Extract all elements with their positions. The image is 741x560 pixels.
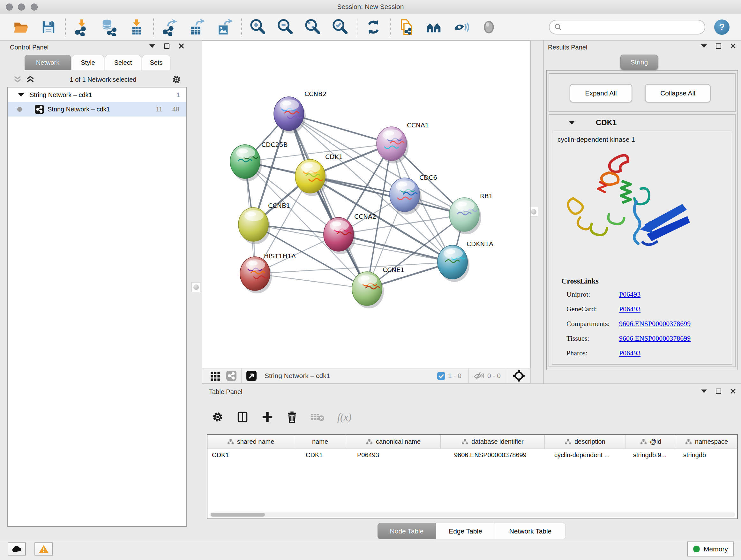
expand-all-button[interactable]: Expand All: [569, 84, 632, 103]
hidden-counts: 0 - 0: [487, 372, 501, 380]
column-header-database-identifier[interactable]: database identifier: [441, 435, 545, 449]
birds-eye-view-icon[interactable]: [246, 370, 257, 381]
collapse-all-button[interactable]: Collapse All: [645, 84, 711, 103]
panel-float-icon[interactable]: [716, 388, 721, 394]
tab-style[interactable]: Style: [72, 55, 104, 70]
grid-view-icon[interactable]: [210, 370, 221, 381]
tab-edge-table[interactable]: Edge Table: [436, 523, 495, 539]
zoom-selected-button[interactable]: [331, 17, 349, 37]
network-graph[interactable]: CCNB2CCNA1CDC25BCDK1CDC6RB1CCNB1CCNA2CDK…: [202, 41, 530, 368]
table-row[interactable]: CDK1 CDK1 P06493 9606.ENSP00000378699 cy…: [207, 449, 737, 462]
refresh-icon: [365, 18, 382, 36]
toolbar-separator: [241, 18, 242, 37]
export-image-icon: [216, 18, 233, 36]
export-table-button[interactable]: [188, 17, 206, 37]
tab-sets[interactable]: Sets: [142, 55, 171, 70]
zoom-fit-button[interactable]: [304, 17, 322, 37]
cloud-status-button[interactable]: [8, 543, 26, 556]
warnings-button[interactable]: [35, 543, 53, 556]
tab-node-table[interactable]: Node Table: [378, 523, 436, 539]
pharos-link[interactable]: P06493: [619, 349, 641, 357]
disabled-eye-icon: [480, 18, 497, 36]
column-header-name[interactable]: name: [294, 435, 346, 449]
collection-expand-icon[interactable]: [18, 93, 24, 97]
add-column-icon[interactable]: [261, 411, 273, 423]
panel-menu-icon[interactable]: [701, 389, 707, 393]
crosslinks-title: CrossLinks: [561, 277, 599, 286]
memory-label: Memory: [704, 545, 728, 553]
network-options-gear-icon[interactable]: [172, 74, 182, 84]
column-header-namespace[interactable]: namespace: [676, 435, 737, 449]
network-status-dot: [17, 107, 22, 112]
network-node-RB1[interactable]: [449, 198, 481, 234]
crosslink-row: Pharos: P06493: [552, 347, 732, 361]
network-row-selected[interactable]: String Network – cdk1 11 48: [8, 102, 186, 117]
panel-close-icon[interactable]: [730, 388, 736, 394]
network-collection-row[interactable]: String Network – cdk1 1: [8, 87, 186, 102]
memory-button[interactable]: Memory: [687, 542, 734, 557]
apply-layout-button[interactable]: [364, 17, 382, 37]
selected-nodes-checkbox[interactable]: [437, 372, 446, 380]
panel-close-icon[interactable]: [730, 43, 736, 49]
tab-network-table[interactable]: Network Table: [495, 523, 566, 539]
network-node-CCNA1[interactable]: [377, 127, 408, 164]
tab-network[interactable]: Network: [24, 55, 71, 70]
uniprot-link[interactable]: P06493: [619, 290, 641, 299]
function-builder-icon[interactable]: f(x): [337, 411, 351, 423]
delete-table-icon[interactable]: [311, 412, 325, 422]
column-header-shared-name[interactable]: shared name: [207, 435, 294, 449]
show-hidden-button[interactable]: [480, 17, 498, 37]
import-network-from-database-button[interactable]: [100, 17, 118, 37]
network-node-CDK1[interactable]: [295, 159, 327, 196]
network-node-CCNE1[interactable]: [352, 272, 384, 308]
tab-select[interactable]: Select: [105, 55, 141, 70]
network-node-CCNB2[interactable]: [274, 97, 306, 133]
genecard-link[interactable]: P06493: [619, 305, 641, 313]
panel-menu-icon[interactable]: [149, 44, 155, 48]
panel-menu-icon[interactable]: [701, 44, 707, 48]
save-session-button[interactable]: [40, 17, 57, 37]
hide-selected-button[interactable]: [453, 17, 470, 37]
collapse-all-networks-icon[interactable]: [26, 76, 35, 83]
duplicate-network-icon: [398, 18, 415, 36]
column-header-description[interactable]: description: [545, 435, 625, 449]
zoom-out-button[interactable]: [276, 17, 294, 37]
network-node-CDC25B[interactable]: [230, 145, 262, 181]
panel-close-icon[interactable]: [179, 43, 184, 49]
zoom-in-button[interactable]: [249, 17, 267, 37]
export-network-button[interactable]: [161, 17, 179, 37]
network-view-share-icon[interactable]: [226, 370, 237, 381]
table-options-gear-icon[interactable]: [212, 411, 224, 423]
help-button[interactable]: ?: [714, 19, 730, 35]
import-table-from-file-button[interactable]: [128, 17, 145, 37]
hidden-eye-slash-icon[interactable]: [473, 371, 485, 381]
cdk1-section-header[interactable]: CDK1: [549, 115, 735, 131]
show-columns-icon[interactable]: [237, 411, 249, 423]
network-overview-button[interactable]: [425, 17, 443, 37]
search-input[interactable]: [562, 23, 696, 31]
compartments-link[interactable]: 9606.ENSP00000378699: [619, 320, 690, 328]
panel-float-icon[interactable]: [716, 44, 721, 49]
column-header-canonical-name[interactable]: canonical name: [346, 435, 441, 449]
panel-float-icon[interactable]: [164, 44, 170, 49]
network-node-HIST1H1A[interactable]: [240, 257, 272, 294]
network-edge-CCNB2-CCNE1[interactable]: [289, 114, 367, 289]
protein-structure-image: [561, 150, 698, 259]
left-splitter-handle[interactable]: [192, 282, 200, 292]
horizontal-scrollbar[interactable]: [209, 512, 735, 517]
control-panel-tabs: Network Style Select Sets: [24, 55, 172, 70]
import-network-from-file-button[interactable]: [73, 17, 91, 37]
open-session-button[interactable]: [12, 17, 30, 37]
new-network-from-selection-button[interactable]: [398, 17, 415, 37]
section-collapse-icon[interactable]: [569, 121, 575, 125]
center-view-crosshair-icon[interactable]: [513, 369, 525, 382]
tissues-link[interactable]: 9606.ENSP00000378699: [619, 334, 690, 343]
tab-string[interactable]: String: [620, 55, 658, 70]
expand-all-networks-icon[interactable]: [13, 76, 22, 83]
delete-column-icon[interactable]: [286, 411, 298, 423]
network-node-CDKN1A[interactable]: [437, 245, 469, 282]
column-header-id[interactable]: @id: [625, 435, 676, 449]
scrollbar-thumb[interactable]: [211, 513, 265, 516]
export-image-button[interactable]: [216, 17, 233, 37]
network-view-canvas[interactable]: CCNB2CCNA1CDC25BCDK1CDC6RB1CCNB1CCNA2CDK…: [202, 41, 531, 368]
